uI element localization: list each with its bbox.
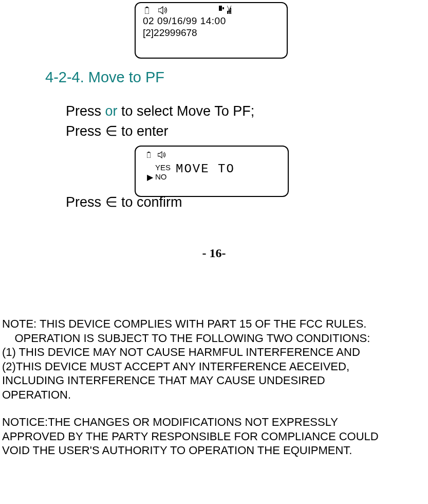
note-line-6: OPERATION. — [2, 388, 426, 402]
move-to-label: MOVE TO — [176, 162, 235, 176]
note-line-5: INCLUDING INTERFERENCE THAT MAY CAUSE UN… — [2, 373, 426, 388]
battery-icon — [147, 150, 151, 159]
svg-rect-8 — [147, 153, 151, 158]
page-number: - 16- — [0, 246, 428, 260]
status-bar-2 — [136, 147, 288, 160]
svg-rect-3 — [222, 7, 224, 9]
device-screen-2: ▶ YES NO MOVE TO — [135, 146, 289, 197]
section-title: 4-2-4. Move to PF — [45, 69, 428, 86]
note-line-1: NOTE: THIS DEVICE COMPLIES WITH PART 15 … — [2, 317, 426, 331]
signal-icon — [219, 6, 232, 14]
svg-rect-1 — [145, 8, 149, 14]
or-text: or — [105, 103, 118, 119]
no-option: NO — [155, 172, 171, 182]
screen-1-line-1: 02 09/16/99 14:00 — [143, 15, 280, 27]
yes-option: YES — [155, 163, 171, 172]
notice-line-2: APPROVED BY THE PARTY RESPONSIBLE FOR CO… — [2, 429, 426, 444]
screen-2-content: ▶ YES NO MOVE TO — [136, 162, 288, 182]
notice-block: NOTICE:THE CHANGES OR MODIFICATIONS NOT … — [0, 415, 428, 458]
press-text: Press — [66, 103, 105, 119]
speaker-icon — [158, 5, 169, 14]
status-bar-1 — [136, 3, 287, 15]
note-block: NOTE: THIS DEVICE COMPLIES WITH PART 15 … — [0, 317, 428, 402]
note-line-3: (1) THIS DEVICE MAY NOT CAUSE HARMFUL IN… — [2, 345, 426, 359]
battery-icon — [145, 5, 149, 14]
screen-1-text: 02 09/16/99 14:00 [2]22999678 — [136, 15, 287, 39]
yes-no-options: YES NO — [155, 163, 171, 182]
device-screen-1: 02 09/16/99 14:00 [2]22999678 — [135, 2, 288, 59]
select-text: to select Move To PF; — [118, 103, 255, 119]
notice-line-3: VOID THE USER'S AUTHORITY TO OPERATION T… — [2, 443, 426, 458]
note-line-2: OPERATION IS SUBJECT TO THE FOLLOWING TW… — [2, 331, 426, 346]
instruction-line-1: Press or to select Move To PF; — [66, 101, 428, 121]
instruction-line-2: Press ∈ to enter — [66, 121, 428, 141]
svg-rect-2 — [219, 6, 222, 11]
instructions-block: Press or to select Move To PF; Press ∈ t… — [66, 101, 428, 141]
screen-1-line-2: [2]22999678 — [143, 27, 280, 39]
arrow-icon: ▶ — [147, 172, 153, 182]
notice-line-1: NOTICE:THE CHANGES OR MODIFICATIONS NOT … — [2, 415, 426, 429]
speaker-icon — [158, 150, 167, 159]
note-line-4: (2)THIS DEVICE MUST ACCEPT ANY INTERFERE… — [2, 359, 426, 374]
